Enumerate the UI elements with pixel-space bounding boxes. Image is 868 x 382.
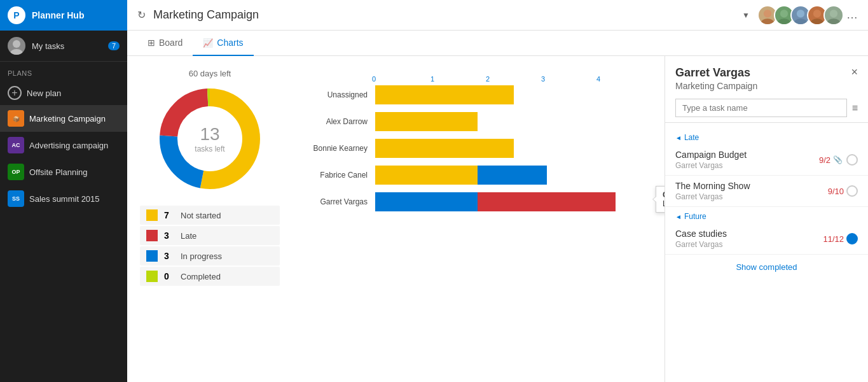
donut-chart: 13 tasks left xyxy=(156,85,264,193)
legend-count-late: 3 xyxy=(164,230,174,241)
donut-center: 13 tasks left xyxy=(195,124,224,153)
svg-point-18 xyxy=(850,236,855,242)
donut-section: 60 days left 13 tasks left xyxy=(140,69,280,369)
panel-person-info: Garret Vargas Marketing Campaign xyxy=(675,66,757,91)
task-item-campaign-budget[interactable]: Campaign Budget Garret Vargas 9/2 📎 xyxy=(665,145,868,176)
svg-point-1 xyxy=(10,49,23,55)
plan-name-ac: Advertising campaign xyxy=(29,141,108,150)
bar-row-garret-vargas: Garret Vargas Garret Vargas Late: 2 xyxy=(305,192,652,211)
page-title: Marketing Campaign xyxy=(153,8,734,22)
panel-close-button[interactable]: × xyxy=(851,66,858,78)
task-search-input[interactable] xyxy=(675,99,847,117)
show-completed-button[interactable]: Show completed xyxy=(665,255,868,279)
bar-label-garret-vargas: Garret Vargas xyxy=(305,197,375,206)
plan-name-op: Offsite Planning xyxy=(29,167,88,177)
tab-charts[interactable]: 📈 Charts xyxy=(193,31,253,56)
legend-count-in-progress: 3 xyxy=(164,251,174,261)
task-circle-campaign-budget[interactable] xyxy=(846,154,858,166)
title-dropdown-icon[interactable]: ▼ xyxy=(742,11,750,20)
svg-point-12 xyxy=(830,10,837,17)
attachment-icon: 📎 xyxy=(833,155,843,164)
completed-swatch xyxy=(146,271,158,282)
svg-point-11 xyxy=(811,18,824,25)
bar-segment-yellow xyxy=(375,166,478,185)
section-label-late[interactable]: ◄ Late xyxy=(665,128,868,145)
bar-label-bonnie-kearney: Bonnie Kearney xyxy=(305,144,375,153)
legend-item-completed: 0 Completed xyxy=(140,267,280,286)
main-area: ↻ Marketing Campaign ▼ … ⊞ Board xyxy=(127,0,868,382)
member-avatar-5[interactable] xyxy=(823,5,844,25)
tab-board[interactable]: ⊞ Board xyxy=(137,31,193,56)
task-circle-case-studies[interactable] xyxy=(846,233,858,244)
task-info-morning-show: The Morning Show Garret Vargas xyxy=(675,181,823,201)
svg-point-8 xyxy=(797,10,804,17)
planner-icon: P xyxy=(8,6,25,24)
tooltip-name: Garret Vargas xyxy=(663,190,665,199)
my-tasks-row[interactable]: My tasks 7 xyxy=(0,31,127,62)
refresh-icon[interactable]: ↻ xyxy=(137,9,146,21)
bar-row-alex-darrow: Alex Darrow xyxy=(305,112,652,131)
panel-header: Garret Vargas Marketing Campaign × ≡ xyxy=(665,56,868,123)
legend-label-not-started: Not started xyxy=(181,211,221,220)
legend-label-late: Late xyxy=(181,231,196,241)
content-area: 60 days left 13 tasks left xyxy=(127,56,868,382)
task-item-case-studies[interactable]: Case studies Garret Vargas 11/12 xyxy=(665,223,868,255)
task-item-morning-show[interactable]: The Morning Show Garret Vargas 9/10 xyxy=(665,176,868,207)
tab-board-label: Board xyxy=(159,38,183,48)
section-label-future[interactable]: ◄ Future xyxy=(665,207,868,223)
plan-avatar-ac: AC xyxy=(8,137,24,153)
legend-item-late: 3 Late xyxy=(140,226,280,245)
section-title-late: Late xyxy=(684,133,699,142)
sidebar-item-marketing-campaign[interactable]: 📦 Marketing Campaign xyxy=(0,105,127,132)
task-assignee-morning-show: Garret Vargas xyxy=(675,192,823,201)
panel-person-name: Garret Vargas xyxy=(675,66,757,80)
sidebar-header: P Planner Hub xyxy=(0,0,127,31)
task-meta-morning-show: 9/10 xyxy=(828,185,858,197)
donut-sublabel: tasks left xyxy=(195,145,224,153)
section-arrow-future: ◄ xyxy=(675,213,682,220)
task-name-campaign-budget: Campaign Budget xyxy=(675,150,814,160)
axis-label-2: 2 xyxy=(486,75,541,83)
plan-avatar-op: OP xyxy=(8,164,24,180)
axis-label-0: 0 xyxy=(372,75,427,83)
days-left-label: 60 days left xyxy=(189,69,231,78)
bar-segment-blue-gv xyxy=(375,192,478,211)
plan-name-mc: Marketing Campaign xyxy=(29,114,106,124)
hub-title: Planner Hub xyxy=(32,10,84,20)
right-panel: Garret Vargas Marketing Campaign × ≡ ◄ L… xyxy=(665,56,868,382)
plan-avatar-ss: SS xyxy=(8,190,24,207)
add-icon: + xyxy=(8,86,22,100)
avatar xyxy=(8,37,25,55)
legend-count-not-started: 7 xyxy=(164,210,174,220)
axis-label-3: 3 xyxy=(541,75,596,83)
my-tasks-badge: 7 xyxy=(108,41,120,50)
bar-segment-red-gv xyxy=(478,192,616,211)
sidebar-item-sales-summit[interactable]: SS Sales summit 2015 xyxy=(0,185,127,212)
members-more-icon[interactable]: … xyxy=(846,8,858,22)
task-due-morning-show: 9/10 xyxy=(828,187,844,196)
bar-row-unassigned: Unassigned xyxy=(305,85,652,104)
section-arrow-late: ◄ xyxy=(675,134,682,141)
charts-icon: 📈 xyxy=(203,38,213,48)
task-meta-case-studies: 11/12 xyxy=(823,233,858,244)
svg-point-10 xyxy=(813,10,821,17)
panel-search-row: ≡ xyxy=(675,99,858,117)
bar-chart-section: 0 1 2 3 4 Unassigned Alex Darrow xyxy=(305,69,652,369)
axis-label-1: 1 xyxy=(431,75,486,83)
svg-point-0 xyxy=(13,40,20,48)
sidebar: P Planner Hub My tasks 7 Plans + New pla… xyxy=(0,0,127,382)
legend-label-completed: Completed xyxy=(181,272,221,281)
task-assignee-campaign-budget: Garret Vargas xyxy=(675,161,814,170)
bar-container-bonnie-kearney xyxy=(375,139,652,158)
legend-count-completed: 0 xyxy=(164,271,174,281)
filter-icon[interactable]: ≡ xyxy=(852,103,858,114)
tooltip-garret-vargas: Garret Vargas Late: 2 xyxy=(656,186,665,213)
board-icon: ⊞ xyxy=(148,38,155,48)
task-circle-morning-show[interactable] xyxy=(846,185,858,197)
sidebar-item-offsite-planning[interactable]: OP Offsite Planning xyxy=(0,159,127,185)
legend: 7 Not started 3 Late 3 In progress xyxy=(140,206,280,286)
new-plan-button[interactable]: + New plan xyxy=(0,81,127,105)
sidebar-item-advertising-campaign[interactable]: AC Advertising campaign xyxy=(0,132,127,159)
task-name-case-studies: Case studies xyxy=(675,229,818,239)
topbar: ↻ Marketing Campaign ▼ … xyxy=(127,0,868,31)
